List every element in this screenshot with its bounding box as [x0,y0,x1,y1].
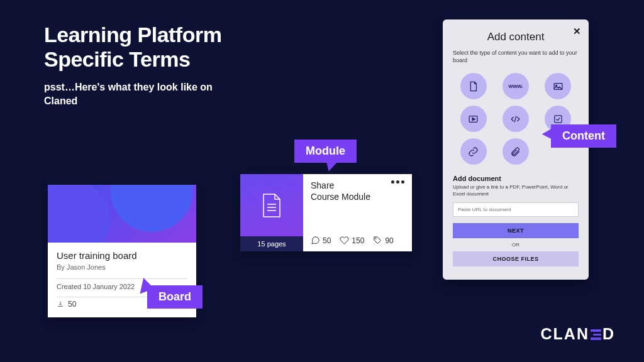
tags-stat: 90 [373,236,393,245]
link-icon [468,146,479,157]
content-type-image[interactable] [545,73,571,99]
document-icon [261,193,282,218]
add-document-description: Upload or give a link to a PDF, PowerPoi… [453,184,579,197]
or-divider: OR [453,242,579,248]
module-card[interactable]: 15 pages Share Course Module 50 150 90 [240,174,412,251]
content-type-link[interactable] [460,138,487,165]
add-content-modal: ✕ Add content Select the type of content… [443,19,589,280]
svg-rect-4 [555,116,562,123]
document-url-input[interactable] [453,202,579,217]
next-button[interactable]: NEXT [453,223,579,238]
add-document-heading: Add document [453,175,579,182]
svg-point-0 [375,238,377,239]
heart-icon [340,236,349,245]
download-count: 50 [68,300,76,309]
check-icon [553,114,564,124]
board-hero-image [48,185,196,243]
more-menu-icon[interactable] [391,180,404,184]
modal-title: Add content [453,31,579,43]
paperclip-icon [510,146,521,157]
brand-logo: CLAN D [541,325,616,343]
page-subtitle: psst…Here's what they look like on Clane… [44,80,245,107]
choose-files-button[interactable]: CHOOSE FILES [453,251,579,266]
play-icon [468,114,479,124]
comments-stat: 50 [311,236,331,245]
module-page-count: 15 pages [240,236,303,251]
content-type-attachment[interactable] [502,138,529,165]
board-title: User training board [57,250,187,261]
brand-e-icon [591,329,601,340]
file-icon [468,81,479,92]
likes-stat: 150 [340,236,364,245]
image-icon [553,81,564,92]
callout-module: Module [294,140,357,163]
board-author: By Jason Jones [57,263,187,271]
content-type-video[interactable] [460,106,487,132]
module-title: Share Course Module [311,180,370,202]
code-icon [510,114,521,124]
close-icon[interactable]: ✕ [573,26,581,37]
content-type-embed[interactable] [502,106,529,132]
comment-icon [311,236,320,245]
download-icon [57,300,64,308]
page-title: Learning Platform Specific Terms [44,23,221,72]
divider [57,278,187,279]
content-type-www[interactable]: www. [502,73,529,99]
tag-icon [373,236,382,245]
modal-description: Select the type of content you want to a… [453,50,579,64]
callout-board: Board [147,285,203,309]
content-type-document[interactable] [460,73,487,99]
callout-content: Content [551,124,616,148]
